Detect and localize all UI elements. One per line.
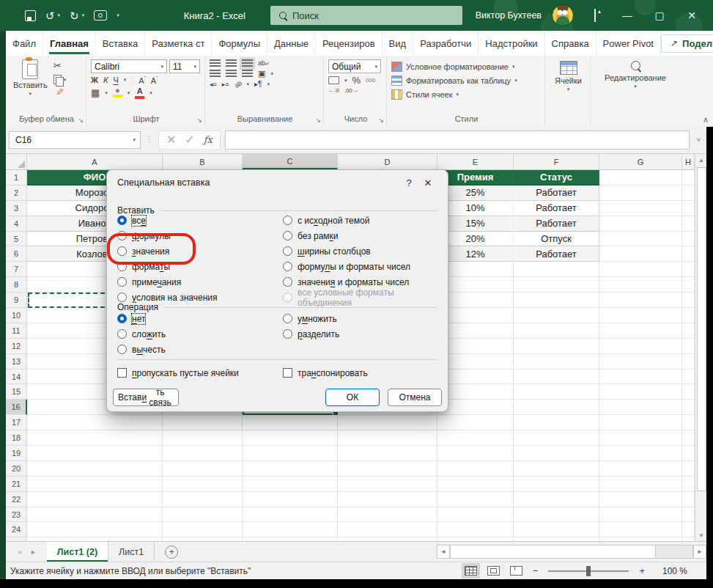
column-header-A[interactable]: A (27, 154, 163, 169)
vertical-scroll-thumb[interactable] (697, 167, 706, 491)
grid-cell[interactable] (599, 170, 682, 185)
row-header-22[interactable]: 22 (6, 492, 27, 507)
grid-cell[interactable] (163, 477, 243, 492)
align-left-icon[interactable] (210, 70, 221, 78)
grid-cell[interactable]: Отпуск (514, 232, 599, 247)
grid-cell[interactable] (682, 170, 695, 185)
grid-cell[interactable] (682, 354, 695, 370)
grid-cell[interactable] (163, 415, 243, 430)
radio-option[interactable]: все (117, 213, 275, 228)
column-header-H[interactable]: H (682, 154, 695, 169)
grid-cell[interactable]: Работает (514, 246, 599, 262)
grid-cell[interactable] (163, 507, 243, 523)
grid-cell[interactable] (514, 446, 599, 461)
grid-cell[interactable] (599, 430, 682, 446)
grid-cell[interactable] (682, 400, 695, 415)
radio-option[interactable]: примечания (117, 274, 275, 290)
grid-cell[interactable] (599, 308, 682, 323)
radio-icon[interactable] (283, 231, 292, 240)
grid-cell[interactable] (437, 293, 514, 308)
increase-decimal-icon[interactable]: ←.0 (328, 87, 339, 94)
radio-icon[interactable] (283, 246, 292, 256)
row-header-2[interactable]: 2 (6, 185, 27, 201)
ribbon-tab-вид[interactable]: Вид (383, 31, 414, 56)
grid-cell[interactable] (338, 446, 437, 461)
grid-cell[interactable] (682, 216, 695, 232)
undo-icon[interactable]: ↺ (45, 10, 55, 21)
grid-cell[interactable] (599, 522, 682, 537)
grid-cell[interactable] (599, 277, 682, 293)
insert-function-icon[interactable]: ƒx (204, 134, 213, 145)
ribbon-tab-формулы[interactable]: Формулы (212, 31, 267, 56)
undo-caret-icon[interactable]: ▾ (58, 12, 61, 18)
orientation-icon[interactable]: ab (233, 79, 243, 89)
grid-cell[interactable] (682, 384, 695, 400)
radio-icon[interactable] (117, 216, 127, 225)
camera-icon[interactable] (94, 10, 107, 21)
hscroll-right-icon[interactable]: ► (693, 545, 706, 559)
row-header-1[interactable]: 1 (6, 170, 27, 185)
grid-cell[interactable] (437, 262, 514, 277)
grid-cell[interactable] (437, 354, 514, 370)
grid-cell[interactable] (682, 293, 695, 308)
grid-cell[interactable]: 20% (437, 232, 514, 247)
row-header-21[interactable]: 21 (6, 477, 27, 492)
sheet-nav-right-icon[interactable]: ► (30, 548, 37, 556)
radio-option[interactable]: без рамки (283, 228, 443, 243)
grid-cell[interactable] (514, 262, 599, 277)
name-box-caret-icon[interactable]: ▾ (133, 137, 136, 143)
normal-view-icon[interactable] (465, 566, 477, 576)
row-header-6[interactable]: 6 (6, 246, 27, 262)
radio-icon[interactable] (117, 277, 127, 287)
grid-cell[interactable]: 12% (437, 246, 514, 262)
name-box[interactable]: C16▾ (9, 131, 141, 149)
grid-cell[interactable] (514, 354, 599, 370)
close-button[interactable]: ✕ (681, 10, 703, 21)
grid-cell[interactable] (514, 415, 599, 430)
editing-button[interactable]: Редактирование ▾ (601, 61, 670, 89)
column-header-B[interactable]: B (163, 154, 243, 169)
reading-order-icon[interactable]: ▸¶ (254, 80, 262, 88)
grid-cell[interactable]: 10% (437, 201, 514, 216)
grid-cell[interactable] (437, 384, 514, 400)
ribbon-tab-рецензиров[interactable]: Рецензиров (316, 31, 383, 56)
row-header-10[interactable]: 10 (6, 308, 27, 323)
clipboard-dialog-launcher-icon[interactable]: ↘ (78, 117, 84, 124)
italic-button[interactable]: К (103, 76, 108, 84)
grid-cell[interactable] (514, 477, 599, 492)
row-header-20[interactable]: 20 (6, 461, 27, 477)
grid-cell[interactable] (338, 507, 437, 523)
grid-cell[interactable] (163, 446, 243, 461)
grid-cell[interactable] (437, 507, 514, 523)
grid-cell[interactable] (514, 308, 599, 323)
checkbox-option[interactable]: транспонировать (283, 365, 443, 381)
grid-cell[interactable] (514, 323, 599, 339)
radio-option[interactable]: нет (117, 311, 275, 326)
radio-option[interactable]: с исходной темой (283, 213, 443, 228)
percent-style-icon[interactable]: % (352, 76, 361, 85)
grid-cell[interactable] (514, 507, 599, 523)
confirm-entry-icon[interactable]: ✓ (185, 133, 194, 147)
grid-cell[interactable] (514, 492, 599, 507)
grid-cell[interactable] (599, 384, 682, 400)
grid-cell[interactable] (27, 415, 163, 430)
font-size-combo[interactable]: 11▾ (169, 59, 200, 73)
align-center-icon[interactable] (226, 70, 237, 78)
row-header-16[interactable]: 16 (6, 400, 27, 415)
dialog-help-icon[interactable]: ? (399, 177, 418, 188)
grid-cell[interactable] (437, 522, 514, 537)
zoom-slider-thumb[interactable] (586, 566, 591, 576)
row-header-13[interactable]: 13 (6, 354, 27, 370)
zoom-slider[interactable] (548, 570, 629, 572)
radio-icon[interactable] (117, 345, 127, 354)
grid-cell[interactable] (514, 339, 599, 354)
grid-cell[interactable] (682, 277, 695, 293)
radio-option[interactable]: умножить (283, 311, 443, 326)
grid-cell[interactable] (437, 277, 514, 293)
grid-cell[interactable] (243, 430, 338, 446)
row-header-24[interactable]: 24 (6, 522, 27, 537)
collapse-ribbon-icon[interactable]: ∧ (703, 115, 709, 125)
grid-cell[interactable] (514, 430, 599, 446)
radio-icon[interactable] (283, 329, 292, 339)
grid-cell[interactable]: Работает (514, 201, 599, 216)
